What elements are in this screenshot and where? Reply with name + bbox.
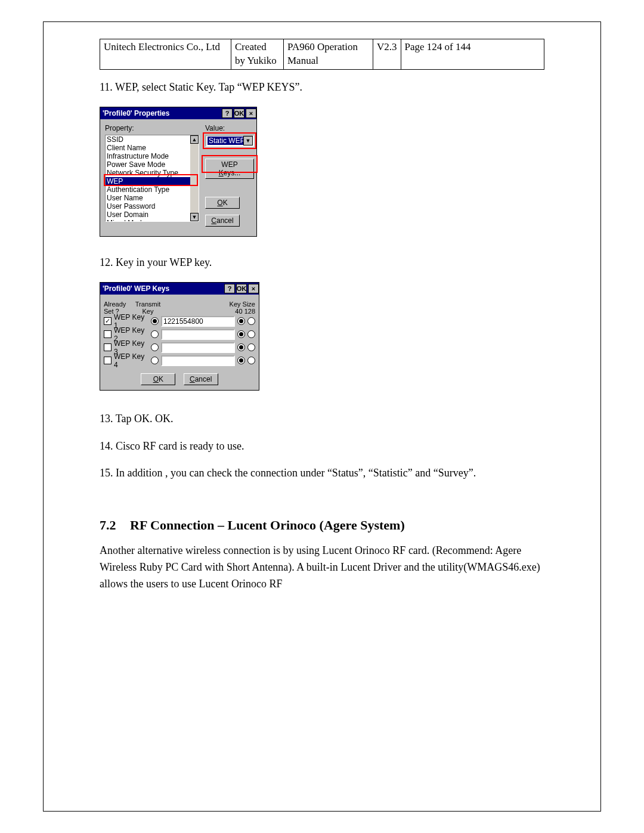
wep-key-label: WEP Key 4 <box>114 352 148 369</box>
scroll-up-icon[interactable]: ▲ <box>190 135 199 144</box>
keysize-128-radio[interactable] <box>247 317 255 325</box>
already-set-checkbox[interactable] <box>104 357 112 364</box>
already-set-checkbox[interactable] <box>104 343 112 351</box>
dlg2-titlebar: 'Profile0' WEP Keys ? OK × <box>100 283 259 295</box>
highlight-value-dropdown <box>203 132 256 149</box>
keysize-40-radio[interactable] <box>237 330 245 338</box>
step-11: 11. WEP, select Static Key. Tap “WEP KEY… <box>100 79 544 96</box>
hdr-company: Unitech Electronics Co., Ltd <box>100 39 231 70</box>
already-set-checkbox[interactable]: ✓ <box>104 317 112 325</box>
wep-key-input[interactable] <box>161 355 235 366</box>
ok-button[interactable]: OK <box>205 197 240 209</box>
dlg1-titlebar: 'Profile0' Properties ? OK × <box>100 107 256 119</box>
wep-key-input[interactable] <box>161 329 235 340</box>
list-item[interactable]: User Domain <box>106 210 190 219</box>
ok-titlebar-button[interactable]: OK <box>236 284 247 293</box>
list-item[interactable]: Client Name <box>106 144 190 152</box>
already-set-checkbox[interactable] <box>104 330 112 338</box>
value-label: Value: <box>205 124 225 132</box>
keysize-128-radio[interactable] <box>247 343 255 351</box>
step-15: 15. In addition , you can check the conn… <box>100 465 544 482</box>
keysize-40-radio[interactable] <box>237 343 245 351</box>
dlg1-title: 'Profile0' Properties <box>103 109 221 117</box>
keysize-40-radio[interactable] <box>237 317 245 325</box>
highlight-wep-row <box>104 174 198 186</box>
ok-button[interactable]: OK <box>141 373 175 385</box>
doc-header-table: Unitech Electronics Co., Ltd Created by … <box>100 39 544 70</box>
keysize-128-radio[interactable] <box>247 330 255 338</box>
list-item[interactable]: Authentication Type <box>106 185 190 194</box>
scroll-down-icon[interactable]: ▼ <box>190 213 199 221</box>
hdr-doc-l2: Manual <box>287 55 318 66</box>
hdr-doc: PA960 Operation Manual <box>284 39 373 70</box>
cancel-button[interactable]: Cancel <box>184 373 218 385</box>
hdr-page: Page 124 of 144 <box>401 39 544 70</box>
dlg2-title: 'Profile0' WEP Keys <box>103 284 223 293</box>
profile0-properties-dialog: 'Profile0' Properties ? OK × Property: V… <box>100 107 257 237</box>
section-title: RF Connection – Lucent Orinoco (Agere Sy… <box>130 518 405 532</box>
col-keysize: Key Size 40 128 <box>225 301 255 315</box>
list-item[interactable]: User Password <box>106 202 190 210</box>
transmit-key-radio[interactable] <box>151 317 159 325</box>
keysize-128-radio[interactable] <box>247 357 255 364</box>
hdr-created-l2: by Yukiko <box>235 55 277 66</box>
transmit-key-radio[interactable] <box>151 343 159 351</box>
hdr-created: Created by Yukiko <box>231 39 284 70</box>
list-item[interactable]: SSID <box>106 135 190 144</box>
close-icon[interactable]: × <box>248 284 259 293</box>
highlight-wep-keys-button <box>202 155 258 173</box>
wep-key-row: WEP Key 4 <box>104 354 255 367</box>
wep-key-input[interactable] <box>161 342 235 353</box>
keysize-40-radio[interactable] <box>237 357 245 364</box>
hdr-version: V2.3 <box>373 39 401 70</box>
close-icon[interactable]: × <box>246 109 256 118</box>
help-icon[interactable]: ? <box>222 109 233 118</box>
section-number: 7.2 <box>100 518 116 533</box>
step-13: 13. Tap OK. OK. <box>100 411 544 428</box>
help-icon[interactable]: ? <box>224 284 235 293</box>
section-para: Another alternative wireless connection … <box>100 543 544 593</box>
cancel-button[interactable]: Cancel <box>205 215 240 227</box>
list-item[interactable]: Infrastructure Mode <box>106 152 190 160</box>
step-14: 14. Cisco RF card is ready to use. <box>100 438 544 455</box>
profile0-wepkeys-dialog: 'Profile0' WEP Keys ? OK × AlreadySet ? … <box>100 282 259 391</box>
step-12: 12. Key in your WEP key. <box>100 255 544 271</box>
hdr-doc-l1: PA960 Operation <box>287 41 358 52</box>
list-item[interactable]: Mixed Mode <box>106 219 190 222</box>
hdr-created-l1: Created <box>235 41 267 52</box>
list-item[interactable]: User Name <box>106 194 190 202</box>
transmit-key-radio[interactable] <box>151 357 159 364</box>
ok-titlebar-button[interactable]: OK <box>234 109 244 118</box>
property-label: Property: <box>105 124 134 132</box>
section-heading: 7.2 RF Connection – Lucent Orinoco (Ager… <box>100 518 544 533</box>
transmit-key-radio[interactable] <box>151 330 159 338</box>
list-item[interactable]: Power Save Mode <box>106 160 190 169</box>
wep-key-input[interactable]: 1221554800 <box>161 316 235 327</box>
